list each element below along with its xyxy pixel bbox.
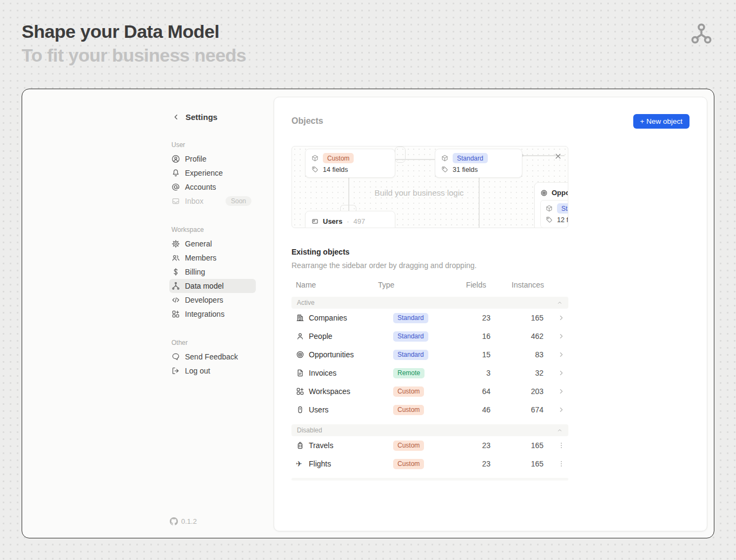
new-object-button[interactable]: + New object [633, 114, 689, 129]
section-label: Disabled [297, 426, 322, 434]
sidebar-item-billing[interactable]: Billing [169, 265, 256, 279]
instances-count: 165 [490, 314, 543, 322]
section-label: Active [297, 299, 315, 306]
github-icon [170, 517, 178, 525]
fields-count: 23 [458, 441, 490, 450]
sidebar-item-send-feedback[interactable]: Send Feedback [169, 350, 256, 364]
table-row-travels[interactable]: Travels Custom 23 165 [291, 436, 568, 455]
banner-card-custom[interactable]: Custom 14 fields [305, 149, 395, 178]
inbox-icon [171, 197, 180, 205]
version-number: 0.1.2 [181, 517, 197, 525]
instances-count: 674 [490, 405, 543, 414]
user-circle-icon [171, 155, 180, 163]
row-open-button[interactable] [543, 388, 568, 395]
sidebar-item-label: Integrations [185, 310, 224, 318]
row-open-button[interactable] [543, 351, 568, 358]
type-badge: Custom [393, 405, 424, 415]
object-name: Travels [309, 441, 393, 450]
sidebar-item-log-out[interactable]: Log out [169, 364, 256, 378]
table-row-flights[interactable]: ✈ Flights Custom 23 165 [291, 455, 568, 473]
type-badge: Standard [393, 331, 428, 342]
fields-count: 23 [458, 459, 490, 468]
target-icon [540, 189, 548, 197]
plane-icon: ✈ [296, 460, 302, 468]
chevron-up-icon [556, 427, 563, 434]
sidebar-item-data-model[interactable]: Data model [169, 279, 256, 293]
sidebar-item-integrations[interactable]: Integrations [169, 307, 256, 321]
table-header: Name Type Fields Instances [291, 278, 568, 291]
sidebar-item-label: Members [185, 254, 216, 262]
connector-loop [395, 146, 406, 163]
sidebar-item-experience[interactable]: Experience [169, 166, 256, 180]
fields-count: 46 [458, 405, 490, 414]
table-row-opportunities[interactable]: Opportunities Standard 15 83 [291, 345, 568, 364]
sidebar-item-label: Inbox [185, 197, 203, 205]
section-bar-active[interactable]: Active [291, 297, 568, 309]
table-row-people[interactable]: People Standard 16 462 [291, 327, 568, 345]
fields-count: 31 fields [453, 166, 478, 174]
type-badge: Standard [557, 203, 568, 214]
table-row-invoices[interactable]: Invoices Remote 3 32 [291, 364, 568, 382]
page-header: Shape your Data Model To fit your busine… [22, 19, 246, 67]
object-name: Opportunities [309, 350, 393, 359]
bell-icon [171, 169, 180, 177]
table-row-companies[interactable]: Companies Standard 23 165 [291, 309, 568, 327]
instances-count: 83 [490, 350, 543, 359]
sidebar-item-profile[interactable]: Profile [169, 152, 256, 166]
instances-count: 462 [490, 332, 543, 341]
sidebar-item-label: Billing [185, 268, 205, 276]
section-bar-disabled[interactable]: Disabled [291, 424, 568, 436]
sidebar-item-members[interactable]: Members [169, 251, 256, 265]
settings-window: Settings User Profile Experience Account… [22, 89, 714, 538]
chevron-right-icon [558, 314, 565, 322]
sidebar-section-other: Other Send Feedback Log out [169, 339, 256, 378]
page-subtitle: To fit your business needs [22, 43, 246, 67]
row-open-button[interactable] [543, 314, 568, 322]
section-label: Workspace [171, 226, 256, 234]
object-name: Users [323, 217, 342, 225]
sidebar-item-accounts[interactable]: Accounts [169, 180, 256, 194]
type-badge: Remote [393, 368, 425, 378]
connector-line [479, 177, 480, 228]
column-header-fields: Fields [454, 281, 486, 289]
banner-card-opportunities[interactable]: Opportunities Standard 12 fields [534, 182, 568, 228]
table-row-users[interactable]: Users Custom 46 674 [291, 401, 568, 419]
row-open-button[interactable] [543, 332, 568, 340]
row-open-button[interactable] [543, 369, 568, 377]
window-icon [311, 218, 319, 225]
chevron-right-icon [558, 332, 565, 340]
tag-icon [441, 166, 448, 173]
chevron-right-icon [558, 369, 565, 377]
banner-card-users[interactable]: Users · 497 [305, 211, 395, 228]
luggage-icon [296, 441, 304, 450]
chevron-up-icon [556, 299, 563, 306]
row-menu-button[interactable] [543, 442, 568, 449]
at-sign-icon [171, 183, 180, 191]
person-icon [296, 332, 304, 341]
section-label: User [171, 141, 256, 149]
row-menu-button[interactable] [543, 460, 568, 468]
settings-back-button[interactable]: Settings [173, 112, 256, 122]
chevron-left-icon [173, 114, 180, 121]
cube-icon [441, 155, 448, 162]
banner-card-standard[interactable]: Standard 31 fields [435, 149, 522, 178]
type-badge: Custom [393, 459, 424, 469]
existing-objects-heading: Existing objects [291, 248, 689, 256]
row-open-button[interactable] [543, 406, 568, 414]
data-model-icon [171, 282, 180, 290]
tag-icon [311, 166, 319, 173]
table-row-workspaces[interactable]: Workspaces Custom 64 203 [291, 382, 568, 401]
sidebar-item-developers[interactable]: Developers [169, 293, 256, 307]
sidebar-item-general[interactable]: General [169, 237, 256, 251]
instances-count: 165 [490, 459, 543, 468]
object-name: Companies [309, 314, 393, 322]
kebab-menu-icon [558, 460, 565, 468]
speech-bubble-icon [171, 352, 180, 361]
close-icon[interactable] [554, 152, 562, 161]
instances-count: 32 [490, 369, 543, 377]
existing-objects-subheading: Rearrange the sidebar order by dragging … [291, 261, 689, 270]
banner-caption: Build your business logic [346, 188, 492, 197]
object-name: Flights [309, 459, 393, 468]
sidebar-item-label: Profile [185, 155, 207, 163]
fields-count: 12 fields [557, 216, 568, 224]
